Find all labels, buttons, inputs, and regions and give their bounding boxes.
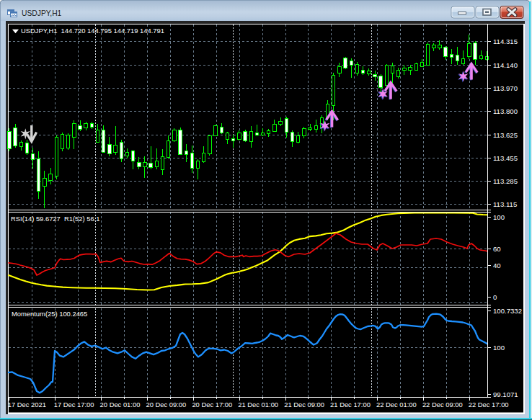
svg-text:USDJPY,H1: USDJPY,H1 <box>22 9 62 17</box>
svg-text:100: 100 <box>493 213 505 221</box>
svg-text:0: 0 <box>493 293 497 301</box>
svg-text:USDJPY,H1 144.720 144.795 144: USDJPY,H1 144.720 144.795 144.719 144.79… <box>21 27 164 35</box>
svg-text:113.970: 113.970 <box>493 84 518 92</box>
svg-text:113.625: 113.625 <box>493 131 518 139</box>
svg-text:114.140: 114.140 <box>493 61 518 69</box>
svg-text:21 Dec 01:00: 21 Dec 01:00 <box>238 401 278 408</box>
svg-text:RSI(14) 59.6727 R1(52) 56.1: RSI(14) 59.6727 R1(52) 56.1 <box>11 215 100 223</box>
svg-text:113.115: 113.115 <box>493 200 517 208</box>
svg-text:Momentum(25) 100.2465: Momentum(25) 100.2465 <box>12 310 87 318</box>
svg-text:22 Dec 17:00: 22 Dec 17:00 <box>469 401 509 408</box>
svg-text:20 Dec 17:00: 20 Dec 17:00 <box>192 401 232 408</box>
svg-text:20 Dec 09:00: 20 Dec 09:00 <box>146 401 187 408</box>
svg-text:22 Dec 09:00: 22 Dec 09:00 <box>422 401 463 408</box>
svg-text:21 Dec 09:00: 21 Dec 09:00 <box>284 401 324 408</box>
svg-text:21 Dec 17:00: 21 Dec 17:00 <box>330 401 371 408</box>
svg-text:113.285: 113.285 <box>493 177 518 185</box>
svg-text:100: 100 <box>493 344 505 352</box>
svg-text:17 Dec 2021: 17 Dec 2021 <box>8 401 46 408</box>
svg-text:17 Dec 17:00: 17 Dec 17:00 <box>54 401 94 408</box>
svg-text:60: 60 <box>493 245 501 253</box>
svg-text:99.1071: 99.1071 <box>493 390 518 398</box>
svg-text:114.315: 114.315 <box>493 37 518 45</box>
svg-text:22 Dec 01:00: 22 Dec 01:00 <box>376 401 417 408</box>
svg-text:100.7332: 100.7332 <box>493 307 522 315</box>
svg-text:113.800: 113.800 <box>493 107 518 115</box>
svg-text:40: 40 <box>493 262 501 269</box>
svg-text:20 Dec 01:00: 20 Dec 01:00 <box>100 401 141 408</box>
svg-text:113.455: 113.455 <box>493 154 518 162</box>
